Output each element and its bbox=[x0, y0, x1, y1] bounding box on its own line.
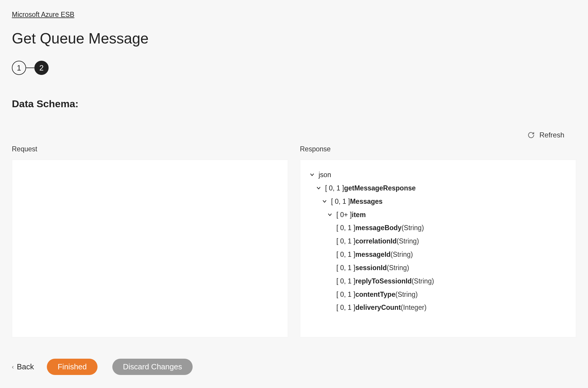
step-1[interactable]: 1 bbox=[12, 61, 26, 75]
tree-node-name: Messages bbox=[350, 195, 383, 208]
discard-changes-button[interactable]: Discard Changes bbox=[112, 359, 193, 375]
tree-leaf[interactable]: [ 0, 1 ] correlationId (String) bbox=[309, 235, 568, 248]
tree-node-name: deliveryCount bbox=[355, 301, 401, 314]
chevron-down-icon bbox=[322, 199, 327, 204]
chevron-down-icon bbox=[327, 212, 333, 217]
tree-node-type: (String) bbox=[387, 261, 409, 275]
tree-node-label: json bbox=[319, 168, 331, 182]
request-panel bbox=[12, 160, 288, 337]
tree-node-name: messageId bbox=[355, 248, 391, 261]
tree-node-type: (String) bbox=[395, 288, 418, 301]
back-label: Back bbox=[17, 362, 34, 371]
tree-node-name: contentType bbox=[355, 288, 395, 301]
refresh-label: Refresh bbox=[539, 131, 564, 139]
stepper: 1 2 bbox=[12, 61, 576, 75]
tree-node-name: messageBody bbox=[355, 221, 402, 235]
tree-node-type: (String) bbox=[412, 275, 434, 288]
page-title: Get Queue Message bbox=[12, 30, 576, 47]
response-label: Response bbox=[300, 145, 576, 153]
request-label: Request bbox=[12, 145, 288, 153]
refresh-icon bbox=[528, 132, 535, 139]
tree-node-name: correlationId bbox=[355, 235, 397, 248]
tree-node-messages[interactable]: [ 0, 1 ] Messages bbox=[309, 195, 568, 208]
tree-leaf[interactable]: [ 0, 1 ] replyToSessionId (String) bbox=[309, 275, 568, 288]
tree-leaf[interactable]: [ 0, 1 ] contentType (String) bbox=[309, 288, 568, 301]
tree-leaf[interactable]: [ 0, 1 ] deliveryCount (Integer) bbox=[309, 301, 568, 314]
chevron-down-icon bbox=[309, 172, 315, 177]
tree-node-type: (String) bbox=[397, 235, 419, 248]
step-2[interactable]: 2 bbox=[34, 61, 49, 75]
tree-node-item[interactable]: [ 0+ ] item bbox=[309, 208, 568, 222]
tree-node-type: (Integer) bbox=[401, 301, 426, 314]
tree-node-cardinality: [ 0, 1 ] bbox=[336, 261, 355, 275]
tree-node-cardinality: [ 0, 1 ] bbox=[336, 248, 355, 261]
tree-node-name: sessionId bbox=[355, 261, 387, 275]
tree-leaf[interactable]: [ 0, 1 ] messageId (String) bbox=[309, 248, 568, 261]
tree-node-get-message-response[interactable]: [ 0, 1 ] getMessageResponse bbox=[309, 182, 568, 195]
tree-node-name: getMessageResponse bbox=[344, 182, 416, 195]
chevron-left-icon: ‹ bbox=[12, 363, 14, 370]
finished-button[interactable]: Finished bbox=[47, 359, 97, 375]
tree-node-cardinality: [ 0, 1 ] bbox=[336, 235, 355, 248]
tree-node-cardinality: [ 0, 1 ] bbox=[336, 301, 355, 314]
chevron-down-icon bbox=[316, 186, 322, 190]
tree-node-json[interactable]: json bbox=[309, 168, 568, 182]
tree-node-type: (String) bbox=[402, 221, 424, 235]
response-panel: json [ 0, 1 ] getMessageResponse [ 0, 1 … bbox=[300, 160, 576, 337]
tree-node-cardinality: [ 0, 1 ] bbox=[336, 288, 355, 301]
section-heading-data-schema: Data Schema: bbox=[12, 98, 576, 110]
tree-node-cardinality: [ 0, 1 ] bbox=[336, 275, 355, 288]
refresh-button[interactable]: Refresh bbox=[528, 131, 576, 139]
tree-node-cardinality: [ 0, 1 ] bbox=[331, 195, 350, 208]
tree-node-name: item bbox=[352, 208, 366, 222]
tree-leaf[interactable]: [ 0, 1 ] messageBody (String) bbox=[309, 221, 568, 235]
tree-node-cardinality: [ 0+ ] bbox=[336, 208, 352, 222]
step-connector bbox=[26, 68, 34, 68]
tree-leaf[interactable]: [ 0, 1 ] sessionId (String) bbox=[309, 261, 568, 275]
breadcrumb-link[interactable]: Microsoft Azure ESB bbox=[12, 11, 74, 19]
tree-node-type: (String) bbox=[391, 248, 413, 261]
tree-node-cardinality: [ 0, 1 ] bbox=[336, 221, 355, 235]
tree-node-name: replyToSessionId bbox=[355, 275, 412, 288]
back-button[interactable]: ‹ Back bbox=[12, 362, 37, 371]
tree-node-cardinality: [ 0, 1 ] bbox=[325, 182, 344, 195]
